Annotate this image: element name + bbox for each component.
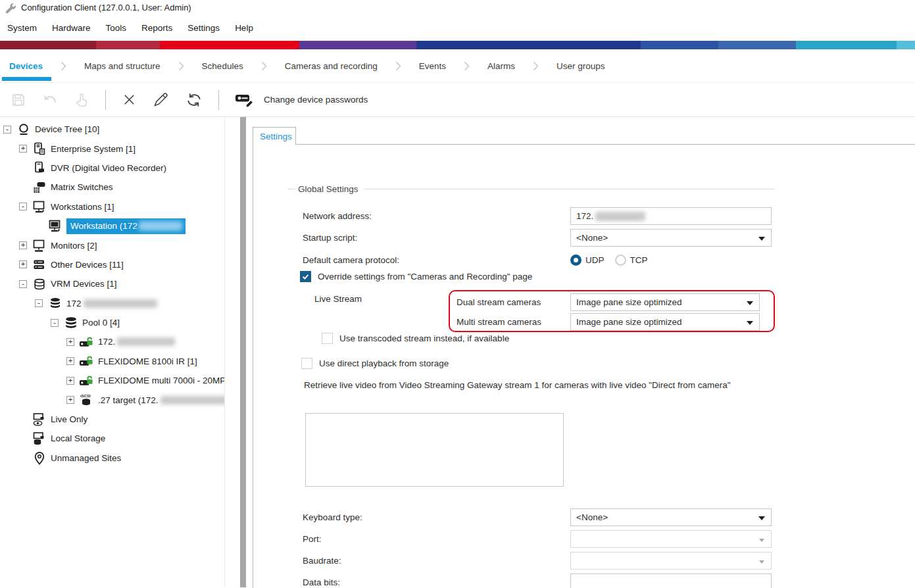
collapse-expander-icon[interactable]: - [51,319,59,327]
collapse-expander-icon[interactable]: - [19,203,27,210]
tcp-radio[interactable] [615,255,626,266]
redacted-text [117,337,175,346]
nav-tab-alarms[interactable]: Alarms [487,61,515,71]
multi-stream-select[interactable]: Image pane size optimized [570,313,760,331]
tree-item-live-only[interactable]: Live Only [0,410,224,429]
tree-item-pool-0[interactable]: - Pool 0 [4] [0,313,224,332]
tree-item-label: Device Tree [10] [35,123,99,135]
tree-item-matrix-switches[interactable]: Matrix Switches [0,178,224,197]
menu-tools[interactable]: Tools [106,23,127,33]
menu-reports[interactable]: Reports [141,23,172,33]
keyboard-type-select[interactable]: <None> [570,508,772,526]
tree-item-camera-172[interactable]: + 172. [0,332,224,351]
tree-item-workstations[interactable]: - Workstations [1] [0,197,224,216]
nav-tab-user-groups[interactable]: User groups [556,61,605,71]
brand-gradient-bar [0,41,915,49]
expand-expander-icon[interactable]: + [66,377,74,385]
vsg-camera-listbox[interactable] [305,413,564,487]
tree-item-vrm-172[interactable]: - 172 [0,294,224,313]
data-bits-input[interactable] [570,574,772,588]
activate-button[interactable] [74,92,89,108]
undo-button[interactable] [42,92,58,108]
pencil-icon [153,92,170,108]
nav-tab-schedules[interactable]: Schedules [202,61,243,71]
dual-stream-select[interactable]: Image pane size optimized [570,293,760,311]
tree-item-enterprise-system[interactable]: + Enterprise System [1] [0,139,224,158]
dual-stream-row: Dual stream cameras Image pane size opti… [457,293,760,310]
nav-tab-cameras-and-recording[interactable]: Cameras and recording [285,61,378,71]
tree-item-vrm-devices[interactable]: - VRM Devices [1] [0,274,224,293]
workstation-icon [47,220,62,232]
expand-expander-icon[interactable]: + [66,338,74,346]
collapse-expander-icon[interactable]: - [3,126,11,134]
tree-item-unmanaged-sites[interactable]: Unmanaged Sites [0,449,224,468]
tree-item-flexidome-multi-7000i[interactable]: + FLEXIDOME multi 7000i - 20MP [ [0,371,224,390]
tree-item-label: Monitors [2] [51,239,97,252]
tree-item-label: DVR (Digital Video Recorder) [51,162,166,174]
transcoded-stream-checkbox[interactable] [322,333,333,344]
tree-item-other-devices[interactable]: + Other Devices [11] [0,255,224,274]
edit-button[interactable] [153,92,170,108]
menu-system[interactable]: System [7,23,37,33]
data-bits-label: Data bits: [303,577,570,587]
tree-item-label: Local Storage [51,432,105,445]
chevron-right-icon [61,61,66,71]
tree-item-workstation-selected[interactable]: Workstation (172 [0,216,224,235]
change-device-passwords-label[interactable]: Change device passwords [264,95,368,105]
menu-hardware[interactable]: Hardware [52,23,91,33]
multi-stream-label: Multi stream cameras [457,317,570,327]
local-storage-icon [32,432,47,445]
direct-playback-checkbox[interactable] [301,358,312,369]
redacted-text [139,221,182,231]
tree-item-label: Workstations [1] [51,201,114,213]
override-settings-label: Override settings from "Cameras and Reco… [318,272,532,282]
nav-tab-maps-and-structure[interactable]: Maps and structure [84,61,161,71]
menu-settings[interactable]: Settings [187,23,220,33]
expand-expander-icon[interactable]: + [19,241,27,249]
tree-item-dvr[interactable]: DVR (Digital Video Recorder) [0,159,224,178]
baudrate-row: Baudrate: [303,552,772,570]
delete-x-icon [122,92,137,107]
retrieve-live-video-note: Retrieve live video from Video Streaming… [304,378,738,392]
tree-item-iscsi-target[interactable]: + iSCSI .27 target (172. [0,390,224,409]
redacted-text [84,299,157,308]
refresh-button[interactable] [185,91,203,109]
settings-panel: Settings Global Settings Network address… [253,117,915,587]
matrix-switches-icon [32,181,47,194]
live-only-icon [32,413,47,426]
tree-item-device-tree[interactable]: - Device Tree [10] [0,120,224,139]
tree-item-label: Matrix Switches [51,181,113,193]
udp-radio[interactable] [570,255,581,266]
delete-button[interactable] [122,92,137,107]
network-address-input[interactable]: 172. [570,207,772,225]
panel-splitter[interactable] [240,117,246,587]
nav-tab-devices[interactable]: Devices [9,61,43,71]
override-settings-checkbox[interactable] [300,271,311,282]
tree-item-label: Enterprise System [1] [51,143,136,155]
tab-settings[interactable]: Settings [253,127,296,145]
expand-expander-icon[interactable]: + [19,145,27,153]
camera-protocol-label: Default camera protocol: [303,255,570,265]
tree-item-local-storage[interactable]: Local Storage [0,429,224,448]
title-bar: Configuration Client (127.0.0.1, User: A… [0,0,915,15]
chevron-right-icon [261,61,267,71]
save-button[interactable] [11,92,26,108]
tree-item-monitors[interactable]: + Monitors [2] [0,235,224,255]
undo-icon [42,92,58,108]
save-icon [11,92,26,108]
expand-expander-icon[interactable]: + [66,396,74,404]
expand-expander-icon[interactable]: + [66,357,74,365]
transcoded-stream-row: Use transcoded stream instead, if availa… [322,333,509,344]
nav-tab-events[interactable]: Events [419,61,446,71]
tree-item-flexidome-8100i[interactable]: + FLEXIDOME 8100i IR [1] [0,352,224,371]
tree-item-label: Unmanaged Sites [51,452,121,464]
transcoded-stream-label: Use transcoded stream instead, if availa… [339,333,509,343]
change-device-passwords-button[interactable] [235,92,255,107]
menu-help[interactable]: Help [235,23,253,33]
configuration-client-window: Configuration Client (127.0.0.1, User: A… [0,0,915,588]
startup-script-select[interactable]: <None> [570,229,772,247]
startup-script-label: Startup script: [303,233,570,243]
collapse-expander-icon[interactable]: - [19,280,27,288]
expand-expander-icon[interactable]: + [19,260,27,268]
collapse-expander-icon[interactable]: - [35,299,43,307]
